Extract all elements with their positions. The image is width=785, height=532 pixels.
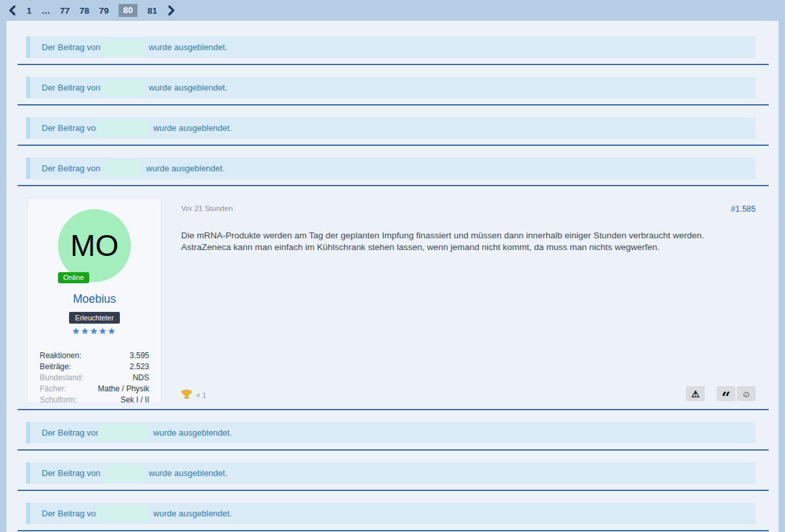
pagination-bar: 1 … 77 78 79 80 81 bbox=[0, 0, 785, 21]
hidden-post-item: Der Beitrag von wurde ausgeblendet. bbox=[18, 77, 769, 105]
stat-label: Fächer: bbox=[40, 384, 66, 395]
reaction-summary[interactable]: × 1 bbox=[181, 389, 207, 401]
forum-post: MO Online Moebius Erleuchteter ★★★★★ Rea… bbox=[18, 198, 769, 410]
post-content: Vor 21 Stunden #1.585 Die mRNA-Produkte … bbox=[181, 198, 756, 403]
hidden-post-notice[interactable]: Der Beitrag von wurde ausgeblendet. bbox=[26, 158, 756, 179]
trophy-count: × 1 bbox=[196, 391, 207, 399]
notice-text-prefix: Der Beitrag von bbox=[42, 428, 100, 438]
notice-text-prefix: Der Beitrag von bbox=[42, 509, 100, 518]
hidden-post-item: Der Beitrag von wurde ausgeblendet. bbox=[18, 422, 769, 451]
post-timestamp-link[interactable]: Vor 21 Stunden bbox=[181, 204, 233, 214]
hidden-post-item: Der Beitrag von wurde ausgeblendet. bbox=[18, 117, 769, 146]
post-body-line: Die mRNA-Produkte werden am Tag der gepl… bbox=[181, 230, 756, 242]
hidden-post-item: Der Beitrag von wurde ausgeblendet. bbox=[18, 462, 769, 491]
post-body: Die mRNA-Produkte werden am Tag der gepl… bbox=[181, 230, 756, 253]
notice-text-prefix: Der Beitrag von bbox=[42, 123, 100, 133]
stat-row-state: Bundesland: NDS bbox=[40, 372, 149, 384]
hidden-post-notice[interactable]: Der Beitrag von wurde ausgeblendet. bbox=[26, 462, 756, 484]
notice-text-prefix: Der Beitrag von bbox=[42, 163, 100, 173]
redacted-username bbox=[96, 120, 149, 137]
warning-icon: ⚠ bbox=[691, 389, 700, 399]
smiley-icon: ☺ bbox=[741, 389, 750, 399]
hidden-post-notice[interactable]: Der Beitrag von wurde ausgeblendet. bbox=[26, 117, 756, 139]
page-link-77[interactable]: 77 bbox=[60, 6, 70, 16]
post-body-line: AstraZeneca kann man einfach im Kühlschr… bbox=[181, 242, 756, 253]
hidden-post-notice[interactable]: Der Beitrag von wurde ausgeblendet. bbox=[26, 77, 756, 98]
trophy-icon bbox=[181, 389, 192, 401]
reply-button-group: “ ☺ bbox=[717, 386, 756, 401]
hidden-post-item: Der Beitrag von wurde ausgeblendet. bbox=[18, 158, 769, 186]
notice-text-suffix: wurde ausgeblendet. bbox=[149, 42, 227, 52]
redacted-username bbox=[104, 160, 141, 177]
online-status-badge: Online bbox=[58, 272, 89, 283]
notice-text-suffix: wurde ausgeblendet. bbox=[146, 163, 225, 173]
stat-label: Schulform: bbox=[40, 395, 77, 406]
notice-text-suffix: wurde ausgeblendet. bbox=[153, 123, 232, 133]
user-stats: Reaktionen: 3.595 Beiträge: 2.523 Bundes… bbox=[28, 350, 161, 406]
hidden-post-notice[interactable]: Der Beitrag von wurde ausgeblendet. bbox=[26, 422, 756, 443]
user-card: MO Online Moebius Erleuchteter ★★★★★ Rea… bbox=[27, 198, 162, 403]
stat-row-schooltype: Schulform: Sek I / II bbox=[40, 395, 149, 406]
chevron-left-icon[interactable] bbox=[8, 5, 17, 16]
stat-label: Bundesland: bbox=[40, 372, 83, 384]
thread-content: Der Beitrag von wurde ausgeblendet. Der … bbox=[7, 21, 778, 532]
hidden-post-notice[interactable]: Der Beitrag von wurde ausgeblendet. bbox=[26, 503, 756, 524]
hidden-post-item: Der Beitrag von wurde ausgeblendet. bbox=[18, 36, 769, 65]
stat-value: Sek I / II bbox=[121, 395, 149, 406]
user-rank-badge: Erleuchteter bbox=[69, 312, 119, 324]
stat-value: Mathe / Physik bbox=[98, 384, 149, 395]
stat-value: 3.595 bbox=[130, 350, 149, 361]
notice-text-prefix: Der Beitrag von bbox=[42, 83, 100, 92]
page-link-78[interactable]: 78 bbox=[79, 6, 89, 16]
react-button[interactable]: ☺ bbox=[737, 386, 756, 401]
notice-text-suffix: wurde ausgeblendet. bbox=[149, 468, 227, 478]
page-ellipsis: … bbox=[42, 6, 51, 16]
notice-text-suffix: wurde ausgeblendet. bbox=[153, 428, 232, 438]
notice-text-prefix: Der Beitrag von bbox=[42, 42, 100, 52]
stat-row-reactions: Reaktionen: 3.595 bbox=[40, 350, 149, 361]
post-footer: × 1 ⚠ “ ☺ bbox=[181, 386, 756, 403]
redacted-username bbox=[104, 39, 144, 56]
report-button[interactable]: ⚠ bbox=[686, 386, 705, 401]
page-link-active[interactable]: 80 bbox=[119, 4, 137, 17]
post-number-link[interactable]: #1.585 bbox=[731, 204, 756, 214]
username-link[interactable]: Moebius bbox=[28, 292, 161, 306]
quote-icon: “ bbox=[722, 390, 731, 402]
hidden-post-notice[interactable]: Der Beitrag von wurde ausgeblendet. bbox=[26, 36, 756, 58]
chevron-right-icon[interactable] bbox=[167, 5, 176, 16]
page-link-1[interactable]: 1 bbox=[27, 6, 32, 16]
page-link-81[interactable]: 81 bbox=[147, 6, 157, 16]
user-rating-stars: ★★★★★ bbox=[28, 326, 161, 336]
redacted-username bbox=[96, 505, 149, 522]
avatar[interactable]: MO bbox=[58, 209, 131, 282]
stat-value: 2.523 bbox=[130, 361, 149, 372]
notice-text-suffix: wurde ausgeblendet. bbox=[153, 509, 232, 518]
redacted-username bbox=[98, 425, 149, 441]
stat-label[interactable]: Reaktionen: bbox=[40, 350, 81, 361]
redacted-username bbox=[104, 465, 144, 482]
redacted-username bbox=[104, 79, 144, 96]
quote-button[interactable]: “ bbox=[717, 386, 735, 401]
notice-text-prefix: Der Beitrag von bbox=[42, 468, 100, 478]
notice-text-suffix: wurde ausgeblendet. bbox=[149, 83, 227, 92]
stat-row-subjects: Fächer: Mathe / Physik bbox=[40, 384, 149, 395]
post-actions: ⚠ “ ☺ bbox=[686, 386, 756, 401]
hidden-post-item: Der Beitrag von wurde ausgeblendet. bbox=[18, 503, 769, 531]
post-meta: Vor 21 Stunden #1.585 bbox=[181, 204, 756, 214]
page-link-79[interactable]: 79 bbox=[99, 6, 109, 16]
stat-label[interactable]: Beiträge: bbox=[40, 361, 71, 372]
stat-row-posts: Beiträge: 2.523 bbox=[40, 361, 149, 372]
stat-value: NDS bbox=[133, 372, 149, 384]
